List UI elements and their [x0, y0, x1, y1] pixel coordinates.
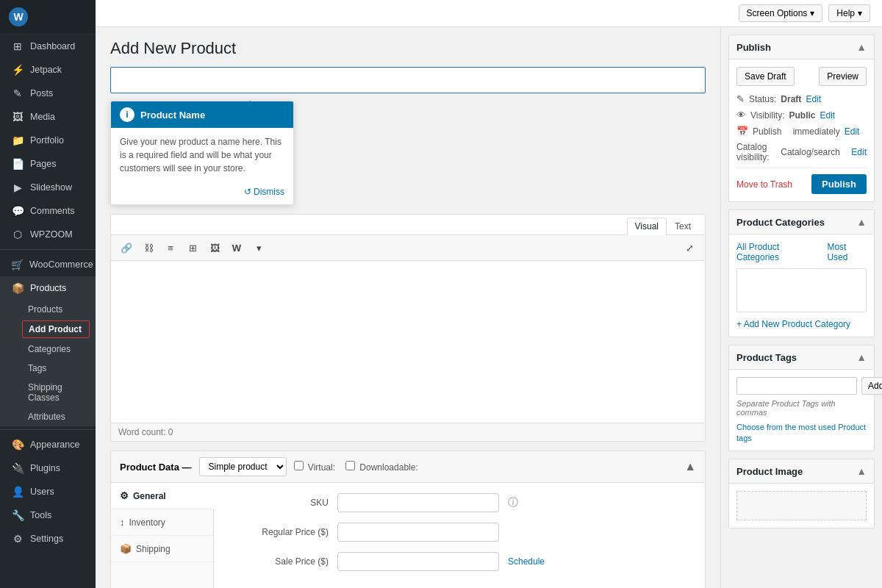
content-wrap: Add New Product i Product Name Give your… [96, 27, 882, 588]
move-to-trash-button[interactable]: Move to Trash [736, 179, 792, 190]
publish-box-body: Save Draft Preview ✎ Status: Draft Edit … [729, 60, 874, 201]
catalog-visibility-edit-link[interactable]: Edit [851, 147, 867, 157]
tab-visual[interactable]: Visual [627, 218, 667, 235]
toolbar-unlink-btn[interactable]: ⛓ [139, 238, 158, 257]
sidebar-item-tools[interactable]: 🔧 Tools [0, 503, 96, 527]
sidebar-logo: W [0, 0, 96, 35]
tooltip-arrow [243, 101, 257, 108]
tooltip-footer: ↺ Dismiss [111, 182, 293, 204]
sidebar-item-posts[interactable]: ✎ Posts [0, 82, 96, 105]
product-tab-general[interactable]: ⚙ General [111, 483, 214, 509]
catalog-visibility-row: Catalog visibility: Catalog/search Edit [736, 142, 867, 162]
add-tag-button[interactable]: Add [861, 377, 882, 395]
sidebar-item-dashboard[interactable]: ⊞ Dashboard [0, 35, 96, 58]
submenu-item-categories[interactable]: Categories [0, 340, 96, 359]
downloadable-label: Downloadable: [345, 461, 418, 473]
sidebar-item-settings[interactable]: ⚙ Settings [0, 527, 96, 551]
sidebar-item-slideshow[interactable]: ▶ Slideshow [0, 176, 96, 199]
product-name-input[interactable] [110, 67, 706, 93]
toolbar-list-btn[interactable]: ≡ [161, 238, 180, 257]
product-tags-box: Product Tags ▲ Add Separate Product Tags… [728, 345, 875, 451]
downloadable-checkbox[interactable] [345, 461, 355, 470]
product-type-select[interactable]: Simple product [199, 457, 287, 476]
save-draft-button[interactable]: Save Draft [736, 67, 795, 86]
tooltip-container: i Product Name Give your new product a n… [110, 101, 706, 205]
product-tab-shipping[interactable]: 📦 Shipping [111, 536, 213, 562]
submenu-item-shipping-classes[interactable]: Shipping Classes [0, 378, 96, 407]
preview-button[interactable]: Preview [819, 67, 867, 86]
editor-content[interactable] [111, 261, 705, 423]
submenu-item-tags[interactable]: Tags [0, 359, 96, 378]
sidebar-item-wpzoom[interactable]: ⬡ WPZOOM [0, 223, 96, 246]
sidebar-item-jetpack[interactable]: ⚡ Jetpack [0, 58, 96, 82]
sku-field-row: SKU ⓘ [226, 493, 693, 512]
publish-value: immediately [793, 126, 840, 137]
category-filter-links: All Product Categories Most Used [736, 242, 867, 262]
products-submenu: Products Add Product Categories Tags Shi… [0, 300, 96, 426]
sidebar-item-label: Media [30, 112, 55, 122]
editor-wrap: Visual Text 🔗 ⛓ ≡ ⊞ 🖼 W ▾ ⤢ [110, 214, 706, 423]
schedule-link[interactable]: Schedule [508, 556, 545, 567]
sidebar-item-products[interactable]: 📦 Products [0, 276, 96, 300]
toolbar-expand-btn[interactable]: ⤢ [680, 238, 699, 257]
chevron-down-icon: ▾ [858, 8, 862, 18]
submenu-item-attributes[interactable]: Attributes [0, 407, 96, 426]
regular-price-input[interactable] [337, 523, 499, 542]
sidebar-item-comments[interactable]: 💬 Comments [0, 199, 96, 223]
help-button[interactable]: Help ▾ [828, 4, 870, 22]
submenu-item-add-product[interactable]: Add Product [22, 320, 90, 338]
sidebar-item-pages[interactable]: 📄 Pages [0, 152, 96, 176]
sidebar-item-label: Slideshow [30, 182, 72, 193]
most-used-link[interactable]: Most Used [827, 242, 867, 262]
sku-input[interactable] [337, 493, 499, 512]
calendar-icon: 📅 [736, 126, 748, 137]
sidebar-item-label: Users [30, 487, 54, 497]
general-tab-icon: ⚙ [120, 490, 129, 501]
product-categories-toggle-icon: ▲ [856, 216, 867, 228]
sale-price-input[interactable] [337, 552, 499, 571]
publish-box-header[interactable]: Publish ▲ [729, 35, 874, 60]
toolbar-word-btn[interactable]: W [227, 238, 246, 257]
visibility-edit-link[interactable]: Edit [820, 110, 835, 121]
sidebar-item-label: Plugins [30, 463, 60, 473]
product-tab-inventory[interactable]: ↕ Inventory [111, 509, 213, 536]
dismiss-link[interactable]: ↺ Dismiss [244, 187, 284, 197]
product-image-toggle-icon: ▲ [856, 465, 867, 477]
sidebar-item-plugins[interactable]: 🔌 Plugins [0, 456, 96, 480]
sidebar-item-users[interactable]: 👤 Users [0, 480, 96, 503]
sidebar-item-appearance[interactable]: 🎨 Appearance [0, 433, 96, 456]
sidebar: W ⊞ Dashboard ⚡ Jetpack ✎ Posts 🖼 Media … [0, 0, 96, 588]
sidebar-item-woocommerce[interactable]: 🛒 WooCommerce [0, 253, 96, 276]
sidebar-item-portfolio[interactable]: 📁 Portfolio [0, 129, 96, 152]
screen-options-button[interactable]: Screen Options ▾ [739, 4, 823, 22]
publish-button[interactable]: Publish [811, 174, 867, 194]
sidebar-item-label: WPZOOM [30, 229, 73, 240]
visibility-row: 👁 Visibility: Public Edit [736, 110, 867, 121]
dashboard-icon: ⊞ [11, 40, 24, 52]
sku-help-icon[interactable]: ⓘ [508, 496, 518, 509]
submenu-item-all-products[interactable]: Products [0, 300, 96, 319]
tab-text[interactable]: Text [667, 218, 699, 234]
choose-tags-link[interactable]: Choose from the most used Product tags [736, 423, 866, 442]
product-data-toggle-btn[interactable]: ▲ [684, 460, 696, 473]
tooltip-box: i Product Name Give your new product a n… [110, 101, 294, 205]
product-categories-header[interactable]: Product Categories ▲ [729, 210, 874, 234]
sidebar-item-media[interactable]: 🖼 Media [0, 105, 96, 129]
status-edit-link[interactable]: Edit [806, 94, 821, 104]
all-categories-link[interactable]: All Product Categories [736, 242, 818, 262]
toolbar-table-btn[interactable]: ⊞ [183, 238, 202, 257]
virtual-checkbox[interactable] [294, 461, 304, 470]
sidebar-item-label: Posts [30, 88, 53, 98]
toolbar-image-btn[interactable]: 🖼 [205, 238, 224, 257]
product-image-placeholder[interactable] [736, 491, 867, 520]
toolbar-link-btn[interactable]: 🔗 [117, 238, 136, 257]
publish-edit-link[interactable]: Edit [845, 126, 860, 137]
product-categories-title: Product Categories [736, 217, 825, 228]
tooltip-header-icon: i [120, 107, 135, 122]
tags-input[interactable] [736, 377, 857, 395]
product-tags-header[interactable]: Product Tags ▲ [729, 345, 874, 370]
product-image-header[interactable]: Product Image ▲ [729, 459, 874, 484]
add-new-category-link[interactable]: + Add New Product Category [736, 319, 850, 329]
product-data-header: Product Data — Simple product Virtual: D… [111, 451, 705, 483]
toolbar-dropdown-btn[interactable]: ▾ [249, 238, 268, 257]
